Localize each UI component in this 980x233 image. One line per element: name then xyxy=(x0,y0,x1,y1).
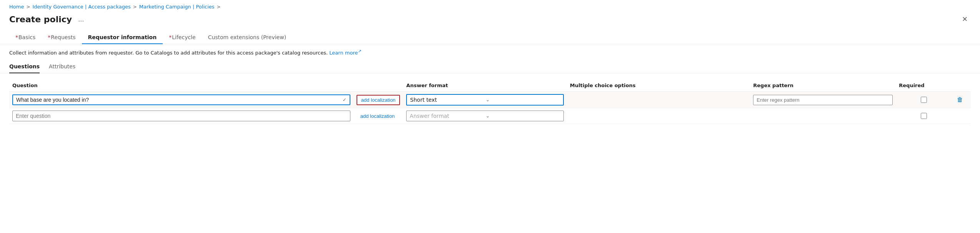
content-area: Question Answer format Multiple choice o… xyxy=(0,79,980,133)
breadcrumb-identity-governance[interactable]: Identity Governance | Access packages xyxy=(32,4,130,10)
table-row: ✓ add localization Short text ⌄ xyxy=(9,92,971,108)
action-cell-2 xyxy=(952,108,971,124)
regex-cell-1 xyxy=(750,92,896,108)
required-checkbox-wrapper-2 xyxy=(899,113,948,119)
table-header-row: Question Answer format Multiple choice o… xyxy=(9,79,971,92)
multiple-choice-cell-2 xyxy=(567,108,750,124)
subtab-attributes[interactable]: Attributes xyxy=(49,62,75,73)
add-localization-btn-2[interactable]: add localization xyxy=(357,112,399,121)
localization-cell-2: add localization xyxy=(353,108,403,124)
multiple-choice-cell-1 xyxy=(567,92,750,108)
answer-format-chevron-2: ⌄ xyxy=(486,113,560,119)
question-input-2[interactable] xyxy=(12,111,350,121)
question-cell-1: ✓ xyxy=(9,92,353,108)
required-checkbox-2[interactable] xyxy=(921,113,927,119)
questions-table: Question Answer format Multiple choice o… xyxy=(9,79,971,124)
breadcrumb: Home > Identity Governance | Access pack… xyxy=(0,0,980,12)
subtab-questions[interactable]: Questions xyxy=(9,62,40,73)
required-cell-2 xyxy=(896,108,952,124)
page-title: Create policy xyxy=(9,15,72,24)
required-star-basics: * xyxy=(15,34,18,40)
localization-cell-1: add localization xyxy=(353,92,403,108)
table-container: Question Answer format Multiple choice o… xyxy=(9,79,971,124)
page-title-row: Create policy ... xyxy=(9,15,86,24)
regex-cell-2 xyxy=(750,108,896,124)
ellipsis-button[interactable]: ... xyxy=(76,15,86,24)
regex-input-1[interactable] xyxy=(753,95,893,105)
col-header-regex: Regex pattern xyxy=(750,79,896,92)
required-star-lifecycle: * xyxy=(169,34,172,40)
tabs-container: *Basics *Requests Requestor information … xyxy=(0,31,980,44)
breadcrumb-sep-2: > xyxy=(133,4,137,10)
delete-button-1[interactable]: 🗑 xyxy=(955,95,965,105)
answer-format-chevron-1: ⌄ xyxy=(486,97,560,102)
add-localization-btn-1[interactable]: add localization xyxy=(357,95,400,105)
learn-more-link[interactable]: Learn more↗ xyxy=(329,50,361,56)
question-input-wrapper-1[interactable]: ✓ xyxy=(12,94,350,105)
answer-format-dropdown-1[interactable]: Short text ⌄ xyxy=(406,94,563,106)
question-cell-2 xyxy=(9,108,353,124)
breadcrumb-sep-3: > xyxy=(217,4,221,10)
answer-format-cell-2: Answer format ⌄ xyxy=(403,108,567,124)
breadcrumb-sep-1: > xyxy=(26,4,30,10)
col-header-answer-format: Answer format xyxy=(403,79,567,92)
action-cell-1: 🗑 xyxy=(952,92,971,108)
answer-format-cell-1: Short text ⌄ xyxy=(403,92,567,108)
page-header: Create policy ... ✕ xyxy=(0,12,980,31)
col-header-action xyxy=(952,79,971,92)
required-cell-1 xyxy=(896,92,952,108)
required-checkbox-wrapper-1 xyxy=(899,97,948,103)
subtabs-container: Questions Attributes xyxy=(0,59,980,73)
col-header-question: Question xyxy=(9,79,353,92)
required-checkbox-1[interactable] xyxy=(921,97,927,103)
close-button[interactable]: ✕ xyxy=(959,13,971,25)
col-header-required: Required xyxy=(896,79,952,92)
breadcrumb-home[interactable]: Home xyxy=(9,4,24,10)
tab-basics[interactable]: *Basics xyxy=(9,31,42,44)
breadcrumb-marketing-campaign[interactable]: Marketing Campaign | Policies xyxy=(139,4,215,10)
description-bar: Collect information and attributes from … xyxy=(0,44,980,59)
table-row: add localization Answer format ⌄ xyxy=(9,108,971,124)
tab-requestor-information[interactable]: Requestor information xyxy=(82,31,163,44)
question-input-1[interactable] xyxy=(16,97,341,103)
required-star-requests: * xyxy=(48,34,50,40)
question-chevron-1[interactable]: ✓ xyxy=(343,97,347,102)
delete-icon-1: 🗑 xyxy=(957,96,963,103)
external-link-icon: ↗ xyxy=(358,49,361,54)
tab-lifecycle[interactable]: *Lifecycle xyxy=(163,31,202,44)
tab-requests[interactable]: *Requests xyxy=(42,31,82,44)
tab-custom-extensions[interactable]: Custom extensions (Preview) xyxy=(202,31,293,44)
answer-format-dropdown-2[interactable]: Answer format ⌄ xyxy=(406,111,563,121)
col-header-localization xyxy=(353,79,403,92)
col-header-multiple-choice: Multiple choice options xyxy=(567,79,750,92)
